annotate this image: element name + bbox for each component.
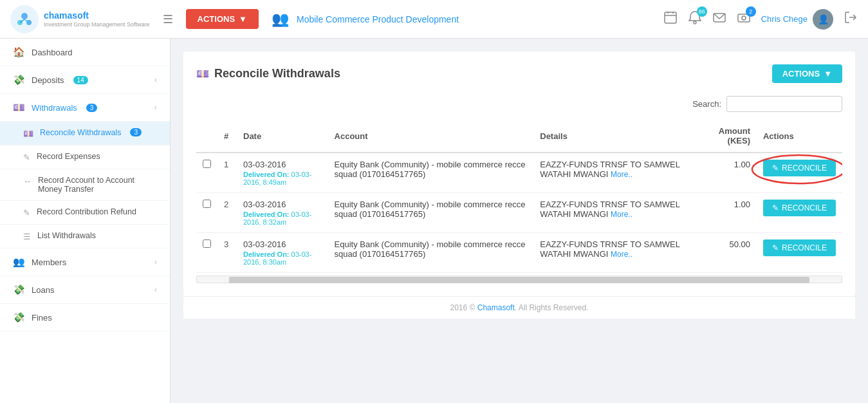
table-row: 303-03-2016Delivered On: 03-03-2016, 8:3… [196,233,842,273]
page-title-row: 💷 Reconcile Withdrawals [196,67,340,80]
search-row: Search: [196,96,842,112]
page-actions-button[interactable]: ACTIONS ▼ [772,64,842,83]
logo-sub: Investment Group Management Software [44,21,150,28]
nav-icons: 86 2 Chris Chege 👤 [663,9,858,30]
group-name: Mobile Commerce Product Development [297,14,656,24]
sidebar-item-members[interactable]: 👥 Members ‹ [0,248,170,276]
row-details: EAZZY-FUNDS TRNSF TO SAMWEL WATAHI MWANG… [533,233,697,273]
expenses-icon: ✎ [23,153,30,162]
row-num: 1 [217,153,237,193]
calendar-icon[interactable] [663,10,678,28]
search-input[interactable] [726,96,842,112]
sidebar: 🏠 Dashboard 💸 Deposits 14 ‹ 💷 Withdrawal… [0,39,171,403]
row-amount: 1.00 [697,153,757,193]
search-label: Search: [692,99,721,109]
sidebar-item-list[interactable]: ☰ List Withdrawals [0,225,170,248]
reconcile-button-2[interactable]: ✎ RECONCILE [763,239,836,256]
reconcile-icon-0: ✎ [772,164,779,173]
scroll-thumb [229,277,809,283]
col-actions: Actions [757,120,842,153]
money-icon[interactable]: 2 [737,10,751,28]
footer-link[interactable]: Chamasoft [477,303,515,312]
row-num: 3 [217,233,237,273]
logout-icon[interactable] [844,10,858,28]
sidebar-item-reconcile[interactable]: 💷 Reconcile Withdrawals 3 [0,122,170,145]
page-title: Reconcile Withdrawals [214,67,340,80]
sidebar-item-refund[interactable]: ✎ Record Contribution Refund [0,201,170,225]
row-account: Equity Bank (Community) - mobile commerc… [328,193,534,233]
hamburger-icon[interactable]: ☰ [158,10,178,29]
group-icon: 👥 [272,11,289,28]
logo-icon [10,5,39,33]
table-container: # Date Account Details Amount (KES) Acti… [196,120,842,283]
row-amount: 1.00 [697,193,757,233]
main-content: 💷 Reconcile Withdrawals ACTIONS ▼ Search… [171,39,868,403]
topnav: chamasoft Investment Group Management So… [0,0,868,39]
chevron-icon3: ‹ [154,258,157,267]
messages-badge: 2 [746,6,756,17]
bell-icon[interactable]: 86 [688,10,702,28]
row-actions: ✎ RECONCILE [757,233,842,273]
user-info: Chris Chege 👤 [761,9,833,30]
content-card: 💷 Reconcile Withdrawals ACTIONS ▼ Search… [183,52,855,296]
more-link[interactable]: More.. [611,210,633,219]
chevron-icon2: ‹ [154,103,157,112]
col-amount: Amount (KES) [697,120,757,153]
svg-rect-5 [665,12,676,23]
row-checkbox-cell [196,153,217,193]
row-checkbox-2[interactable] [203,239,211,248]
sidebar-item-transfer[interactable]: ↔ Record Account to Account Money Transf… [0,169,170,201]
sidebar-item-fines[interactable]: 💸 Fines [0,304,170,332]
scrollbar[interactable] [196,276,842,283]
more-link[interactable]: More.. [611,250,633,259]
footer: 2016 © Chamasoft. All Rights Reserved. [183,296,855,319]
withdrawals-badge: 3 [86,104,98,112]
row-checkbox-1[interactable] [203,200,211,208]
envelope-icon[interactable] [712,10,726,28]
row-date: 03-03-2016Delivered On: 03-03-2016, 8:30… [237,233,328,273]
row-actions: ✎ RECONCILE [757,193,842,233]
deposits-badge: 14 [73,76,88,84]
col-date: Date [237,120,328,153]
refund-icon: ✎ [23,208,30,218]
loans-icon: 💸 [13,284,25,295]
row-checkbox-0[interactable] [203,160,211,168]
col-checkbox [196,120,217,153]
sidebar-item-loans[interactable]: 💸 Loans ‹ [0,276,170,304]
row-date: 03-03-2016Delivered On: 03-03-2016, 8:32… [237,193,328,233]
footer-text: 2016 © Chamasoft. All Rights Reserved. [450,303,589,312]
list-icon: ☰ [23,232,31,241]
chevron-down-icon: ▼ [239,14,247,24]
row-date: 03-03-2016Delivered On: 03-03-2016, 8:49… [237,153,328,193]
row-account: Equity Bank (Community) - mobile commerc… [328,153,534,193]
chevron-icon4: ‹ [154,285,157,294]
row-account: Equity Bank (Community) - mobile commerc… [328,233,534,273]
logo-text: chamasoft [44,10,150,21]
transfer-icon: ↔ [23,176,32,186]
reconcile-badge: 3 [130,128,142,136]
withdrawals-icon: 💷 [13,102,25,113]
more-link[interactable]: More.. [611,170,633,179]
sidebar-item-deposits[interactable]: 💸 Deposits 14 ‹ [0,66,170,94]
page-icon: 💷 [196,68,209,80]
sidebar-item-expenses[interactable]: ✎ Record Expenses [0,145,170,169]
members-icon: 👥 [13,256,25,268]
notification-badge: 86 [697,6,707,17]
logo-area: chamasoft Investment Group Management So… [10,5,150,33]
table-row: 203-03-2016Delivered On: 03-03-2016, 8:3… [196,193,842,233]
actions-button[interactable]: ACTIONS ▼ [186,9,259,29]
col-num: # [217,120,237,153]
fines-icon: 💸 [13,312,25,323]
sidebar-item-withdrawals[interactable]: 💷 Withdrawals 3 ‹ [0,94,170,122]
reconcile-button-1[interactable]: ✎ RECONCILE [763,200,836,216]
deposits-icon: 💸 [13,74,25,86]
svg-point-9 [694,21,696,24]
svg-point-0 [21,13,28,19]
col-details: Details [533,120,697,153]
sidebar-item-dashboard[interactable]: 🏠 Dashboard [0,39,170,66]
page-header: 💷 Reconcile Withdrawals ACTIONS ▼ [196,64,842,83]
reconcile-button-0[interactable]: ✎ RECONCILE [763,160,836,176]
user-name: Chris Chege [761,14,808,24]
row-num: 2 [217,193,237,233]
reconcile-icon-1: ✎ [772,203,779,212]
